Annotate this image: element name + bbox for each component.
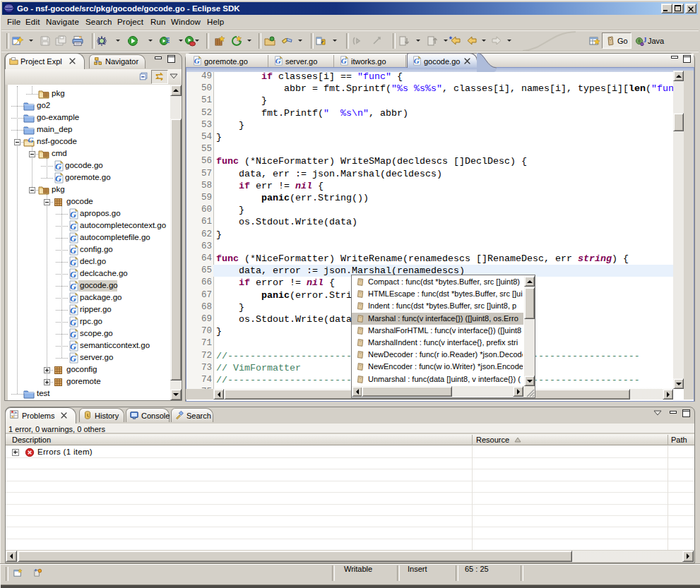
- svg-text:G: G: [70, 342, 76, 352]
- svg-text:G: G: [70, 246, 76, 256]
- svg-text:G: G: [194, 56, 200, 65]
- svg-text:J: J: [643, 36, 647, 44]
- svg-text:G: G: [70, 330, 76, 340]
- svg-text:G: G: [55, 174, 61, 184]
- svg-text:G: G: [70, 354, 76, 364]
- svg-text:G: G: [55, 162, 61, 172]
- svg-text:G: G: [70, 210, 76, 220]
- svg-text:G: G: [414, 56, 420, 65]
- svg-text:G: G: [70, 318, 76, 328]
- svg-text:G: G: [70, 258, 76, 268]
- svg-text:G: G: [70, 270, 76, 280]
- svg-text:G: G: [70, 222, 76, 232]
- svg-text:G: G: [28, 136, 34, 144]
- svg-text:G: G: [275, 56, 281, 65]
- svg-text:G: G: [70, 306, 76, 316]
- svg-text:G: G: [341, 56, 347, 65]
- svg-text:G: G: [70, 234, 76, 244]
- svg-text:G: G: [70, 294, 76, 304]
- svg-text:G: G: [70, 282, 76, 292]
